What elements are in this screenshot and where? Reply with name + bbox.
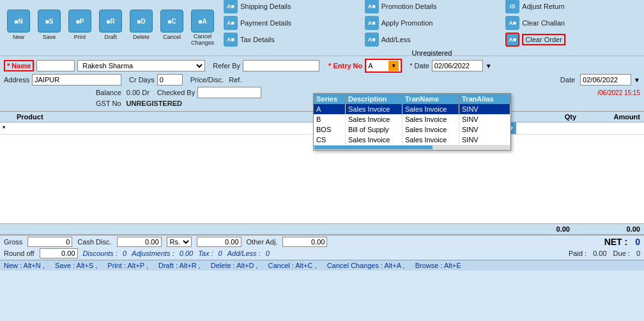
payment-details-btn[interactable]: A■ Payment Details xyxy=(224,16,358,30)
cr-days-input[interactable] xyxy=(157,74,183,86)
series-a: A xyxy=(314,104,346,114)
paid-label: Paid : xyxy=(569,250,586,257)
name-label: * Name xyxy=(4,60,34,71)
adjust-return-label: Adjust Return xyxy=(522,3,565,10)
status-bar: New : Alt+N , Save : Alt+S , Print : Alt… xyxy=(0,260,644,271)
statusbar-draft: Draft : Alt+R , xyxy=(158,262,201,269)
clear-challan-btn[interactable]: A■ Clear Challan xyxy=(505,16,640,30)
name-select[interactable]: Rakesh Sharma xyxy=(77,60,205,71)
amount-total: 0.00 xyxy=(576,225,640,233)
form-row-1: * Name Rakesh Sharma Refer By * Entry No… xyxy=(4,59,640,73)
clear-challan-label: Clear Challan xyxy=(522,19,565,27)
new-button[interactable]: ■N New xyxy=(4,10,33,47)
form-row-2: Address Cr Days Price/Disc. Ref. Date ▼ xyxy=(4,74,640,86)
desc-bos: Bill of Supply xyxy=(346,124,402,135)
datetime-text: /06/2022 15:15 xyxy=(597,89,640,96)
date2-label: Date xyxy=(560,76,578,84)
entry-no-dropdown[interactable]: ▼ xyxy=(388,61,399,71)
tax-details-label: Tax Details xyxy=(240,36,275,43)
clear-order-icon: A■ xyxy=(505,33,519,47)
tax-details-btn[interactable]: A■ Tax Details xyxy=(224,33,358,47)
alias-a: SINV xyxy=(459,104,510,114)
footer-row-1: Gross Cash Disc. Rs. Other Adj. NET : 0 xyxy=(4,237,640,247)
tax-label: Tax : xyxy=(198,250,213,257)
paid-value: 0.00 xyxy=(593,250,606,257)
promotion-details-label: Promotion Details xyxy=(381,3,437,10)
statusbar-browse: Browse : Alt+E xyxy=(415,262,461,269)
roundoff-label: Round off xyxy=(4,250,34,257)
discounts-label: Discounts : xyxy=(83,250,118,257)
entry-no-label: * Entry No xyxy=(328,62,362,70)
date2-input[interactable] xyxy=(580,74,631,86)
gross-label: Gross xyxy=(4,238,22,246)
dropdown-row-bos[interactable]: BOS Bill of Supply Sales Invoice SINV xyxy=(314,124,510,135)
delete-button[interactable]: ■D Delete xyxy=(126,10,156,47)
save-label: Save xyxy=(43,34,56,40)
date-label: * Date xyxy=(410,62,429,70)
entry-no-input[interactable] xyxy=(368,62,387,70)
address-input[interactable] xyxy=(32,74,121,86)
cash-disc-input[interactable] xyxy=(117,237,162,247)
checked-by-input[interactable] xyxy=(197,87,261,98)
date-input[interactable] xyxy=(432,60,483,71)
alias-cs: SINV xyxy=(459,135,510,145)
other-adj-input[interactable] xyxy=(282,237,327,247)
print-label: Print xyxy=(74,34,86,40)
shipping-details-btn[interactable]: A■ Shipping Details xyxy=(224,0,358,13)
desc-b: Sales Invoice xyxy=(346,114,402,124)
name-input-blank[interactable] xyxy=(36,60,75,71)
gross-input[interactable] xyxy=(27,237,72,247)
promotion-details-icon: A■ xyxy=(365,0,379,13)
totals-row: 0.00 0.00 xyxy=(0,224,644,235)
dropdown-header: Series Description TranName TranAlias xyxy=(314,94,510,104)
net-label: NET : xyxy=(604,237,628,247)
roundoff-input[interactable] xyxy=(40,248,78,258)
dropdown-row-a[interactable]: A Sales Invoice Sales Invoice SINV xyxy=(314,104,510,114)
shipping-label: Shipping Details xyxy=(240,3,291,10)
adjust-return-icon: IS xyxy=(505,0,519,13)
save-button[interactable]: ■S Save xyxy=(34,10,64,47)
cancel-button[interactable]: ■C Cancel xyxy=(157,10,187,47)
statusbar-cancel: Cancel : Alt+C , xyxy=(268,262,316,269)
adjustments-value: 0.00 xyxy=(180,250,193,257)
print-button[interactable]: ■P Print xyxy=(65,10,95,47)
cash-disc-label: Cash Disc. xyxy=(77,238,111,246)
refer-by-input[interactable] xyxy=(243,60,319,71)
cr-days-label: Cr Days xyxy=(129,76,155,84)
price-disc-label: Price/Disc. xyxy=(190,76,224,84)
address-label: Address xyxy=(4,76,29,84)
clear-order-btn[interactable]: A■ Clear Order xyxy=(505,33,640,47)
gst-no-value: UNREGISTERED xyxy=(126,100,182,107)
cash-disc-amt-input[interactable] xyxy=(197,237,241,247)
statusbar-delete: Delete : Alt+D , xyxy=(211,262,258,269)
add-less-btn[interactable]: A■ Add/Less xyxy=(365,33,500,47)
cancel-changes-button[interactable]: ■A Cancel Changes xyxy=(188,10,217,47)
adjust-return-btn[interactable]: IS Adjust Return xyxy=(505,0,640,13)
toolbar-left: ■N New ■S Save ■P Print ■R xyxy=(4,10,217,47)
dropdown-row-b[interactable]: B Sales Invoice Sales Invoice SINV xyxy=(314,114,510,124)
qty-total: 0.00 xyxy=(506,225,570,233)
statusbar-new: New : Alt+N , xyxy=(4,262,45,269)
entry-no-field: ▼ xyxy=(365,59,402,73)
print-icon: ■P xyxy=(68,10,91,33)
add-less-label: Add/Less xyxy=(381,36,411,43)
tran-bos: Sales Invoice xyxy=(402,124,459,135)
rs-select[interactable]: Rs. xyxy=(167,237,192,247)
apply-promotion-icon: A■ xyxy=(365,16,379,30)
series-b: B xyxy=(314,114,346,124)
cancel-icon: ■C xyxy=(160,10,183,33)
desc-cs: Sales Invoice xyxy=(346,135,402,145)
dropdown-row-cs[interactable]: CS Sales Invoice Sales Invoice SINV xyxy=(314,135,510,145)
dropdown-scrollbar[interactable] xyxy=(314,145,510,150)
toolbar: ■N New ■S Save ■P Print ■R xyxy=(0,0,644,56)
clear-challan-icon: A■ xyxy=(505,16,519,30)
draft-icon: ■R xyxy=(99,10,122,33)
cancel-changes-icon: ■A xyxy=(191,10,214,33)
tax-details-icon: A■ xyxy=(224,33,238,47)
apply-promotion-btn[interactable]: A■ Apply Promotion xyxy=(365,16,500,30)
promotion-details-btn[interactable]: A■ Promotion Details xyxy=(365,0,500,13)
payment-icon: A■ xyxy=(224,16,238,30)
draft-button[interactable]: ■R Draft xyxy=(96,10,125,47)
cancel-label: Cancel xyxy=(163,34,181,40)
adjustments-label: Adjustments : xyxy=(132,250,174,257)
